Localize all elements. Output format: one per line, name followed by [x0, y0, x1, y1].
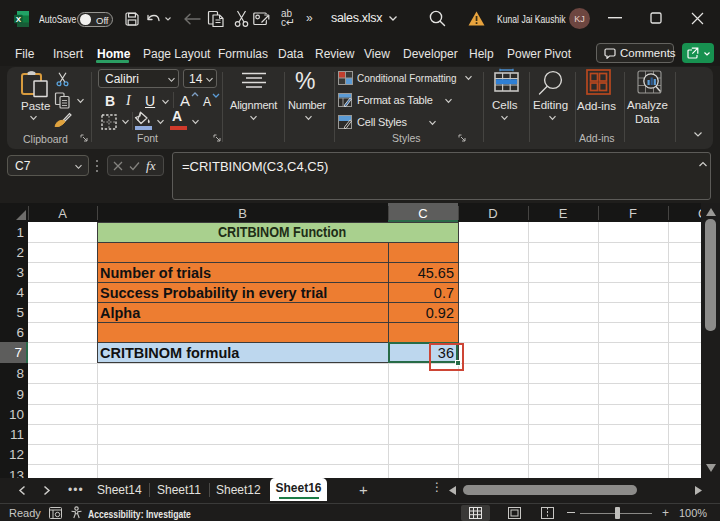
svg-text:X: X [16, 15, 22, 24]
